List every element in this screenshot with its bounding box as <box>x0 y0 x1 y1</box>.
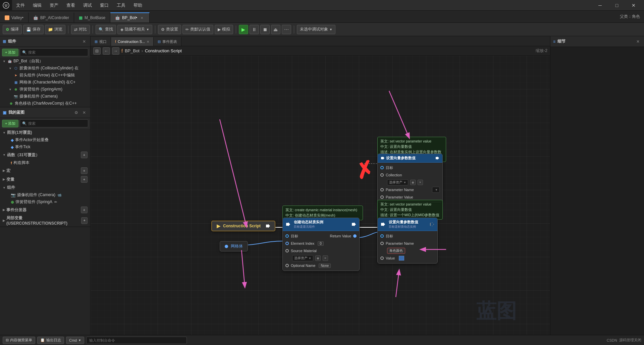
tree-arrow[interactable]: ➤ 箭头组件 (Arrow) 在C++中编辑 <box>0 72 90 79</box>
construction-script-item[interactable]: f 构造脚本 <box>0 159 90 166</box>
components-title: ⊞ 组件 <box>3 39 16 44</box>
more-play-options[interactable]: ⋯ <box>282 25 291 34</box>
compile-button[interactable]: ⚙ 编译 <box>3 25 22 34</box>
sub-tab-viewport[interactable]: ⊞ 视口 <box>91 37 111 46</box>
pause-button[interactable]: ⏸ <box>250 25 259 34</box>
tab-bp-ai-label: BP_AIController <box>40 15 69 20</box>
tree-mesh[interactable]: ▦ 网格体 (CharacterMesh0) 在C+ <box>0 79 90 86</box>
element-index-value[interactable]: 0 <box>318 241 324 246</box>
bp-gear-button[interactable]: ⚙ <box>73 109 79 116</box>
class-settings-button[interactable]: ⚙ 类设置 <box>158 25 181 34</box>
graphs-section-header[interactable]: ▼ 图形(1对覆盖) <box>0 129 90 136</box>
menu-file[interactable]: 文件 <box>12 0 29 11</box>
save-icon: 💾 <box>26 27 31 32</box>
content-sidebar-button[interactable]: ⊟ 内容侧滑菜单 <box>3 337 35 344</box>
tab-m-botbase[interactable]: ▦ M_BotBase <box>74 12 110 22</box>
source-browse-btn[interactable]: ◉ <box>315 255 321 261</box>
breadcrumb-root: BP_Bot <box>125 48 140 53</box>
cmd-dropdown-arrow: ▼ <box>78 339 81 342</box>
tree-mesh-label: 网格体 (CharacterMesh0) 在C+ <box>19 79 75 85</box>
sub-tab-construction[interactable]: f Construction S... ✕ <box>111 37 154 46</box>
spring-arm-component-item[interactable]: ⊕ 弹簧臂组件 (SpringA ✏ <box>0 198 90 206</box>
tree-camera[interactable]: 📷 摄像机组件 (Camera) <box>0 93 90 100</box>
set-param-name-pin <box>380 242 384 245</box>
tree-collision[interactable]: ▼ ⬡ 胶囊体组件 (CollisionCylinder) 在 <box>0 65 90 72</box>
diff-button[interactable]: ⇄ 对比 <box>71 25 90 34</box>
play-button[interactable]: ▶ <box>239 25 248 34</box>
tree-char-move[interactable]: ⊕ 角色移动 (CharMoveComp) 在C++ <box>0 100 90 107</box>
tree-spring-arm[interactable]: ▼ ⊕ 弹簧臂组件 (SpringArm) <box>0 86 90 93</box>
construction-script-node[interactable]: ▶ Construction Script <box>211 221 275 231</box>
graph-canvas[interactable]: 蓝图 英文: set vector parameter value 中文: 设置… <box>91 56 550 345</box>
tree-bp-bot-self[interactable]: ▼ 🤖 BP_Bot（自我） <box>0 58 90 65</box>
back-button[interactable]: ← <box>103 47 110 55</box>
local-vars-header[interactable]: ▶ 局部变量 (USERCONSTRUCTIONSCRIPT) + <box>0 214 90 227</box>
browse-button[interactable]: 📁 浏览 <box>45 25 65 34</box>
class-default-button[interactable]: ✏ 类默认认值 <box>182 25 213 34</box>
menu-debug[interactable]: 调试 <box>79 0 96 11</box>
output-log-icon: 📋 <box>40 338 45 342</box>
add-component-button[interactable]: + 添加 <box>2 49 18 56</box>
eject-button[interactable]: ⏏ <box>271 25 280 34</box>
menu-assets[interactable]: 资产 <box>46 0 62 11</box>
debug-target-dropdown[interactable]: 未选中调试对象 ▼ <box>297 25 335 34</box>
close-button[interactable]: ✕ <box>626 0 641 11</box>
tab-valley[interactable]: Valley• <box>0 12 29 22</box>
mesh-node[interactable]: 网格体 <box>220 241 248 251</box>
bookmark-button[interactable]: ⊟ <box>93 47 101 55</box>
param-name-value-display[interactable]: 角色颜色 <box>387 248 405 254</box>
functions-section-header[interactable]: ▼ 函数（31可覆盖） + <box>0 151 90 159</box>
minimize-button[interactable]: ─ <box>592 0 608 11</box>
components-close-button[interactable]: ✕ <box>81 38 88 45</box>
output-log-button[interactable]: 📋 输出日志 <box>37 337 64 344</box>
menu-window[interactable]: 窗口 <box>96 0 113 11</box>
tab-bp-bot[interactable]: 🤖 BP_Bot• ✕ <box>110 12 150 22</box>
create-dynamic-material-node[interactable]: 创建动态材质实例 目标是基元组件 目标 Return Value Element <box>282 218 360 271</box>
tab-bp-ai[interactable]: 🤖 BP_AIController <box>29 12 74 22</box>
hide-button[interactable]: ◈ 隐藏不相关 ▼ <box>117 25 152 34</box>
bp-components-section-header[interactable]: ▼ 组件 <box>0 184 90 191</box>
add-local-var-button[interactable]: + <box>81 217 88 224</box>
collection-clear-btn[interactable]: ✕ <box>418 180 423 185</box>
find-button[interactable]: 🔍 查找 <box>96 25 116 34</box>
menu-edit[interactable]: 编辑 <box>29 0 46 11</box>
source-material-dropdown[interactable]: 选择资产 ▼ <box>292 255 313 261</box>
add-bp-button[interactable]: + 添加 <box>2 120 18 127</box>
save-button[interactable]: 💾 保存 <box>23 25 44 34</box>
variables-section-header[interactable]: ▶ 变量 + <box>0 175 90 184</box>
add-dispatcher-button[interactable]: + <box>81 207 88 213</box>
collection-dropdown[interactable]: 选择资产 ▼ <box>387 179 408 185</box>
simulate-button[interactable]: ▶ 模拟 <box>215 25 233 34</box>
console-input[interactable] <box>89 338 184 342</box>
optional-name-value[interactable]: None <box>319 264 331 268</box>
add-function-button[interactable]: + <box>81 152 88 158</box>
event-tick-item[interactable]: ◆ 事件Tick <box>0 143 90 151</box>
set-vector-node-top[interactable]: 设置向量参数数值 目标 Collection <box>377 154 443 203</box>
maximize-button[interactable]: □ <box>609 0 625 11</box>
bp-search-input[interactable] <box>28 121 86 125</box>
menu-view[interactable]: 查看 <box>62 0 79 11</box>
camera-component-item[interactable]: 📷 摄像机组件 (Camera) 📹 <box>0 191 90 198</box>
cmd-dropdown[interactable]: Cmd ▼ <box>66 337 84 344</box>
sub-tab-events[interactable]: ⊟ 事件图表 <box>154 37 181 46</box>
set-vector-node[interactable]: 设置向量参数数值 目标是材质动态实例 目标 Parameter Name <box>377 218 438 264</box>
add-macro-button[interactable]: + <box>81 167 88 174</box>
blueprints-close-button[interactable]: ✕ <box>81 109 88 116</box>
event-dispatchers-header[interactable]: ▶ 事件分发器 + <box>0 206 90 214</box>
param-name-dropdown-top[interactable]: ▼ <box>432 187 440 193</box>
detail-close-button[interactable]: ✕ <box>635 38 641 45</box>
forward-button[interactable]: → <box>112 47 119 55</box>
collection-browse-btn[interactable]: ◉ <box>410 180 416 185</box>
event-overlap-item[interactable]: ◆ 事件Actor开始重叠 <box>0 136 90 143</box>
macros-section-header[interactable]: ▶ 宏 + <box>0 166 90 175</box>
menu-tools[interactable]: 工具 <box>113 0 129 11</box>
component-search-input[interactable] <box>28 50 86 54</box>
source-clear-btn[interactable]: ✕ <box>323 255 328 261</box>
target-pin-top <box>380 166 384 169</box>
stop-button[interactable]: ⏹ <box>260 25 270 34</box>
add-variable-button[interactable]: + <box>81 176 88 183</box>
tab-bp-bot-close[interactable]: ✕ <box>139 15 145 20</box>
set-param-name-value-row: 角色颜色 <box>378 247 437 254</box>
construction-tab-close[interactable]: ✕ <box>147 40 149 44</box>
menu-help[interactable]: 帮助 <box>129 0 146 11</box>
